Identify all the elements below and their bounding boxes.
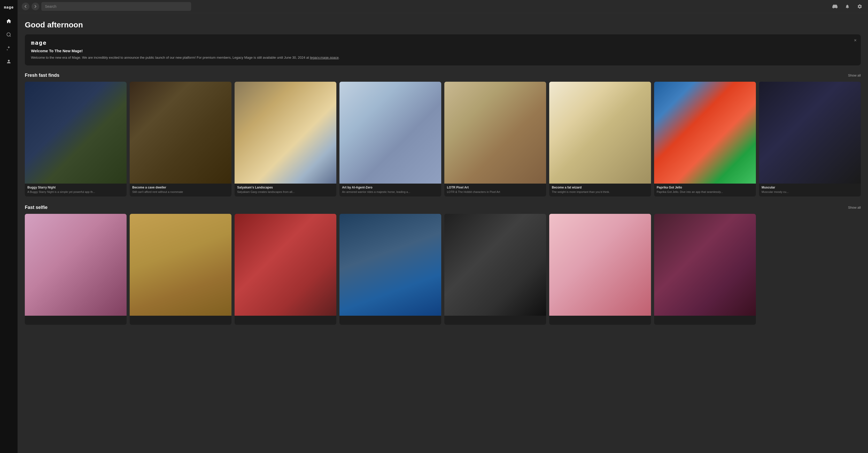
svg-point-0 bbox=[7, 33, 10, 36]
card-title: LOTR Pixel Art bbox=[447, 186, 544, 189]
card-buggy-starry-night[interactable]: Buggy Starry Night A Buggy Starry Night … bbox=[25, 82, 127, 197]
card-image bbox=[130, 82, 231, 183]
card-muscular[interactable]: Muscular Muscular moody cu... bbox=[759, 82, 861, 197]
banner-close-button[interactable]: × bbox=[854, 38, 857, 43]
greeting-heading: Good afternoon bbox=[25, 21, 861, 29]
card-selfie-6[interactable] bbox=[549, 214, 651, 325]
card-title bbox=[657, 318, 753, 321]
card-selfie-1[interactable] bbox=[25, 214, 127, 325]
search-input[interactable] bbox=[41, 2, 191, 11]
banner-link[interactable]: legacy.mage.space bbox=[310, 56, 339, 59]
sidebar-item-search[interactable] bbox=[3, 29, 14, 40]
fast-selfie-header: Fast selfie Show all bbox=[25, 205, 861, 210]
card-desc: LOTR & The Hobbit characters in Pixel Ar… bbox=[447, 190, 544, 194]
card-image bbox=[444, 82, 546, 183]
card-selfie-5[interactable] bbox=[444, 214, 546, 325]
sidebar-item-home[interactable] bbox=[3, 16, 14, 27]
banner-title: Welcome To The New Mage! bbox=[31, 49, 855, 53]
card-title: Become a fat wizard bbox=[552, 186, 648, 189]
fast-selfie-show-all-button[interactable]: Show all bbox=[848, 205, 861, 209]
svg-line-1 bbox=[10, 36, 11, 37]
sidebar-item-profile[interactable] bbox=[3, 56, 14, 67]
card-title bbox=[342, 318, 439, 321]
fresh-finds-cards-row: Buggy Starry Night A Buggy Starry Night … bbox=[25, 82, 861, 197]
welcome-banner: mage Welcome To The New Mage! Welcome to… bbox=[25, 34, 861, 65]
card-image bbox=[339, 214, 441, 316]
card-title: Buggy Starry Night bbox=[27, 186, 124, 189]
card-image bbox=[549, 82, 651, 183]
back-button[interactable] bbox=[22, 3, 29, 10]
card-selfie-3[interactable] bbox=[235, 214, 336, 325]
card-selfie-7[interactable] bbox=[654, 214, 756, 325]
card-cave-dweller[interactable]: Become a cave dweller Still can't afford… bbox=[130, 82, 231, 197]
card-desc: Paprika Got Jello. Dive into an app that… bbox=[657, 190, 753, 194]
card-desc: An armored warrior rides a majestic hors… bbox=[342, 190, 439, 194]
topbar bbox=[18, 0, 868, 13]
card-image bbox=[654, 214, 756, 316]
card-desc: A Buggy Starry Night is a simple yet pow… bbox=[27, 190, 124, 194]
card-lotr-pixel-art[interactable]: LOTR Pixel Art LOTR & The Hobbit charact… bbox=[444, 82, 546, 197]
card-image bbox=[25, 82, 127, 183]
card-image bbox=[339, 82, 441, 183]
sidebar-logo: mage bbox=[4, 3, 14, 13]
sidebar-item-create[interactable] bbox=[3, 43, 14, 54]
banner-logo: mage bbox=[31, 39, 855, 46]
sidebar: mage bbox=[0, 0, 18, 453]
fresh-finds-title: Fresh fast finds bbox=[25, 73, 59, 78]
card-title bbox=[552, 318, 648, 321]
card-title: Muscular bbox=[762, 186, 858, 189]
card-desc: The weight is more important than you'd … bbox=[552, 190, 648, 194]
card-image bbox=[444, 214, 546, 316]
card-selfie-2[interactable] bbox=[130, 214, 231, 325]
card-paprika-got-jello[interactable]: Paprika Got Jello Paprika Got Jello. Div… bbox=[654, 82, 756, 197]
card-art-ai-agent-zero[interactable]: Art by AI-Agent-Zero An armored warrior … bbox=[339, 82, 441, 197]
card-image bbox=[130, 214, 231, 316]
card-image bbox=[549, 214, 651, 316]
settings-icon[interactable] bbox=[856, 2, 864, 10]
card-image bbox=[235, 82, 336, 183]
card-title: Art by AI-Agent-Zero bbox=[342, 186, 439, 189]
topbar-right bbox=[831, 2, 864, 10]
section-fresh-fast-finds: Fresh fast finds Show all Buggy Starry N… bbox=[25, 73, 861, 197]
discord-icon[interactable] bbox=[831, 2, 839, 10]
card-title bbox=[27, 318, 124, 321]
fast-selfie-cards-row bbox=[25, 214, 861, 325]
forward-button[interactable] bbox=[32, 3, 39, 10]
card-desc: Satyakam Garg creates landscapes from al… bbox=[237, 190, 334, 194]
card-image bbox=[235, 214, 336, 316]
card-selfie-4[interactable] bbox=[339, 214, 441, 325]
card-image bbox=[654, 82, 756, 183]
card-title: Become a cave dweller bbox=[132, 186, 229, 189]
card-satyakams-landscapes[interactable]: Satyakam's Landscapes Satyakam Garg crea… bbox=[235, 82, 336, 197]
card-desc: Still can't afford rent without a roomma… bbox=[132, 190, 229, 194]
bell-icon[interactable] bbox=[843, 2, 851, 10]
card-title bbox=[132, 318, 229, 321]
fast-selfie-title: Fast selfie bbox=[25, 205, 48, 210]
card-desc: Muscular moody cu... bbox=[762, 190, 858, 194]
main-content: Good afternoon mage Welcome To The New M… bbox=[18, 13, 868, 453]
banner-body: Welcome to the new era of Mage. We are i… bbox=[31, 55, 855, 60]
card-title: Paprika Got Jello bbox=[657, 186, 753, 189]
card-image bbox=[25, 214, 127, 316]
card-fat-wizard[interactable]: Become a fat wizard The weight is more i… bbox=[549, 82, 651, 197]
fresh-finds-show-all-button[interactable]: Show all bbox=[848, 74, 861, 77]
main-area: Good afternoon mage Welcome To The New M… bbox=[18, 0, 868, 453]
card-title bbox=[237, 318, 334, 321]
card-image bbox=[759, 82, 861, 183]
card-title bbox=[447, 318, 544, 321]
card-title: Satyakam's Landscapes bbox=[237, 186, 334, 189]
fresh-finds-header: Fresh fast finds Show all bbox=[25, 73, 861, 78]
section-fast-selfie: Fast selfie Show all bbox=[25, 205, 861, 325]
